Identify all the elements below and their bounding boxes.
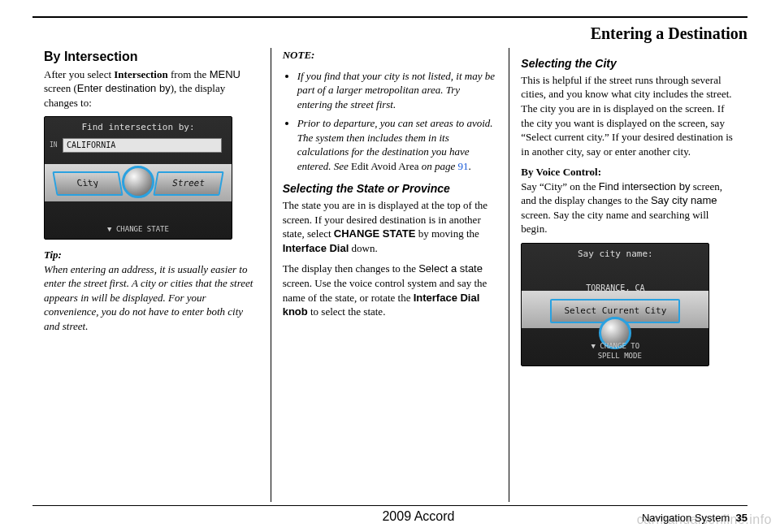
page-frame: Entering a Destination By Intersection A… bbox=[32, 16, 748, 524]
header-rule: Entering a Destination bbox=[32, 17, 748, 48]
interface-dial-icon bbox=[122, 166, 154, 198]
note-item-2: Prior to departure, you can set areas to… bbox=[297, 116, 498, 173]
heading-selecting-city: Selecting the City bbox=[521, 56, 736, 71]
page-title: Entering a Destination bbox=[591, 24, 748, 43]
text: After you select bbox=[44, 68, 114, 80]
kw-select-a-state: Select a state bbox=[418, 262, 483, 275]
text: Say “City” on the bbox=[521, 180, 598, 192]
text: to select the state. bbox=[308, 305, 386, 318]
note-label-line: NOTE: bbox=[283, 48, 498, 63]
page-link-91[interactable]: 91 bbox=[458, 160, 469, 172]
column-1: By Intersection After you select Interse… bbox=[32, 48, 271, 502]
state-paragraph-2: The display then changes to the Select a… bbox=[283, 262, 498, 318]
text: on page bbox=[419, 160, 458, 172]
text: down. bbox=[349, 242, 377, 254]
tip-body: When entering an address, it is usually … bbox=[44, 263, 253, 332]
note-item-1: If you find that your city is not listed… bbox=[297, 69, 498, 112]
state-paragraph-1: The state you are in is displayed at the… bbox=[283, 198, 498, 255]
manual-page: Entering a Destination By Intersection A… bbox=[0, 0, 780, 532]
note-label: NOTE: bbox=[283, 49, 315, 61]
kw-edit-avoid-area: Edit Avoid Area bbox=[351, 160, 419, 172]
text: screen. Say the city name and searching … bbox=[521, 209, 708, 236]
kw-interface-dial: Interface Dial bbox=[283, 242, 349, 254]
nav-screen-say-city: Say city name: TORRANCE, CA Select Curre… bbox=[521, 243, 709, 366]
screen-title: Say city name: bbox=[522, 244, 708, 266]
text: The display then changes to the bbox=[283, 262, 419, 275]
text: from the bbox=[168, 68, 210, 80]
column-layout: By Intersection After you select Interse… bbox=[32, 48, 748, 502]
tip-label: Tip: bbox=[44, 249, 62, 261]
note-list: If you find that your city is not listed… bbox=[283, 69, 498, 174]
heading-selecting-state: Selecting the State or Province bbox=[283, 181, 498, 197]
tip-block: Tip: When entering an address, it is usu… bbox=[44, 248, 259, 333]
kw-change-state: CHANGE STATE bbox=[334, 227, 416, 240]
text: . bbox=[469, 160, 471, 172]
state-readout: CALIFORNIA bbox=[63, 138, 222, 153]
kw-intersection: Intersection bbox=[114, 68, 167, 80]
column-2: NOTE: If you find that your city is not … bbox=[271, 48, 509, 502]
text: screen ( bbox=[44, 82, 77, 94]
change-to-spell-label: ▼ CHANGE TO SPELL MODE bbox=[522, 341, 708, 361]
intro-paragraph: After you select Intersection from the M… bbox=[44, 67, 259, 110]
text: by moving the bbox=[415, 227, 479, 240]
kw-menu: MENU bbox=[210, 68, 240, 80]
in-label: IN bbox=[50, 141, 58, 150]
footer-model-year: 2009 Accord bbox=[195, 509, 642, 524]
screen-title: Find intersection by: bbox=[45, 117, 232, 139]
city-button[interactable]: City bbox=[52, 171, 123, 196]
change-state-label: ▼ CHANGE STATE bbox=[45, 224, 232, 234]
kw-say-city-name: Say city name bbox=[651, 194, 717, 206]
voice-control-block: By Voice Control: Say “City” on the Find… bbox=[521, 165, 736, 236]
street-button[interactable]: Street bbox=[153, 171, 223, 196]
nav-screen-find-intersection: Find intersection by: IN CALIFORNIA City… bbox=[44, 116, 232, 240]
column-3: Selecting the City This is helpful if th… bbox=[509, 48, 748, 502]
city-paragraph-1: This is helpful if the street runs throu… bbox=[521, 73, 736, 158]
kw-enter-destination-by: Enter destination by bbox=[77, 82, 171, 94]
voice-control-label: By Voice Control: bbox=[521, 166, 601, 178]
heading-by-intersection: By Intersection bbox=[44, 48, 259, 66]
watermark: carmanualsonline.info bbox=[637, 513, 772, 527]
kw-find-intersection-by: Find intersection by bbox=[599, 180, 691, 192]
